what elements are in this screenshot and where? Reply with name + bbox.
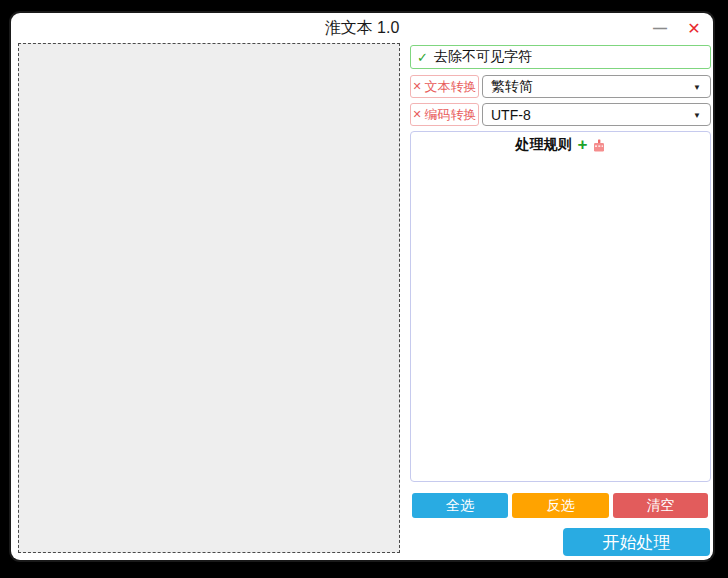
- clear-label: 清空: [647, 497, 675, 515]
- clear-button[interactable]: 清空: [613, 493, 708, 518]
- text-convert-dropdown[interactable]: 繁转简 ▼: [482, 75, 711, 98]
- file-drop-area[interactable]: [18, 43, 400, 553]
- invert-selection-button[interactable]: 反选: [512, 493, 609, 518]
- settings-panel: ✓ 去除不可见字符 ✕ 文本转换 繁转简 ▼ ✕ 编码转换 UTF-8 ▼: [410, 13, 711, 560]
- chevron-down-icon: ▼: [693, 82, 701, 91]
- plus-icon: +: [578, 135, 588, 154]
- invert-selection-label: 反选: [547, 497, 575, 515]
- text-convert-selected-value: 繁转简: [491, 78, 533, 96]
- x-icon: ✕: [412, 80, 421, 93]
- encoding-convert-dropdown[interactable]: UTF-8 ▼: [482, 103, 711, 126]
- clear-rules-button[interactable]: [593, 139, 605, 152]
- add-rule-button[interactable]: +: [578, 138, 588, 152]
- option-remove-invisible-label: 去除不可见字符: [434, 48, 532, 66]
- rules-header: 处理规则 +: [411, 136, 710, 154]
- start-processing-button[interactable]: 开始处理: [563, 528, 710, 556]
- checkmark-icon: ✓: [417, 50, 428, 65]
- x-icon: ✕: [412, 108, 421, 121]
- rules-title: 处理规则: [516, 136, 572, 154]
- brush-icon: [593, 139, 605, 152]
- encoding-selected-value: UTF-8: [491, 107, 531, 123]
- chevron-down-icon: ▼: [693, 110, 701, 119]
- option-remove-invisible-chars[interactable]: ✓ 去除不可见字符: [410, 45, 711, 69]
- option-text-convert-toggle[interactable]: ✕ 文本转换: [410, 75, 479, 98]
- start-processing-label: 开始处理: [603, 531, 671, 554]
- text-convert-row: ✕ 文本转换 繁转简 ▼: [410, 75, 711, 98]
- select-all-label: 全选: [446, 497, 474, 515]
- option-encoding-convert-toggle[interactable]: ✕ 编码转换: [410, 103, 479, 126]
- encoding-convert-label: 编码转换: [425, 106, 477, 124]
- processing-rules-list: 处理规则 +: [410, 131, 711, 482]
- select-all-button[interactable]: 全选: [412, 493, 508, 518]
- text-convert-label: 文本转换: [425, 78, 477, 96]
- app-window: 淮文本 1.0 — ✕ ✓ 去除不可见字符 ✕ 文本转换 繁转简 ▼ ✕: [11, 13, 713, 560]
- encoding-convert-row: ✕ 编码转换 UTF-8 ▼: [410, 103, 711, 126]
